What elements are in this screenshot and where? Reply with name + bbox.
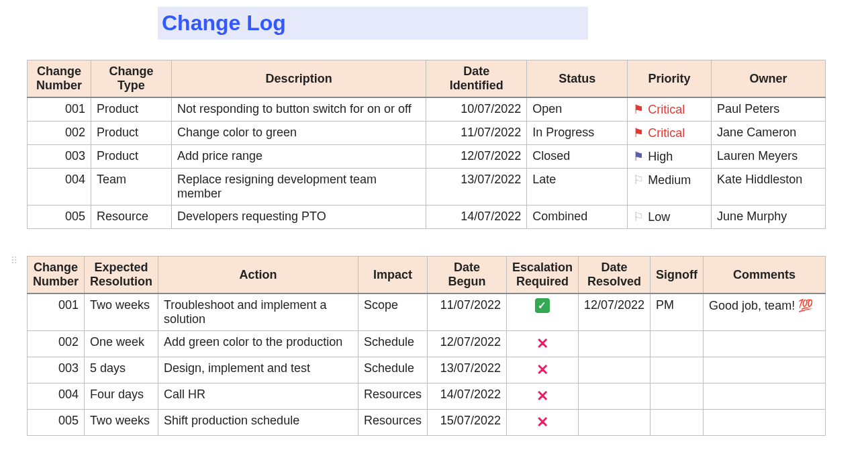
cell-change-number: 005 xyxy=(28,206,91,229)
cell-impact: Schedule xyxy=(358,331,427,357)
table-header: Action xyxy=(158,257,358,294)
table-header: DateResolved xyxy=(578,257,650,294)
flag-icon: ⚑ xyxy=(633,103,644,116)
table-row[interactable]: 002One weekAdd green color to the produc… xyxy=(28,331,826,357)
table-header: Impact xyxy=(358,257,427,294)
cell-status: In Progress xyxy=(527,122,628,145)
cell-change-number: 002 xyxy=(28,122,91,145)
cell-priority: ⚑Critical xyxy=(628,122,712,145)
cross-icon: ✕ xyxy=(536,335,548,352)
cell-priority: ⚐Medium xyxy=(628,169,712,206)
cell-change-type: Product xyxy=(91,122,171,145)
cell-date-identified: 11/07/2022 xyxy=(426,122,527,145)
cross-icon: ✕ xyxy=(536,361,548,378)
flag-icon: ⚑ xyxy=(633,150,644,163)
table-header: Status xyxy=(527,60,628,98)
cell-description: Developers requesting PTO xyxy=(171,206,426,229)
cell-escalation: ✕ xyxy=(506,331,578,357)
cell-description: Change color to green xyxy=(171,122,426,145)
cell-date-resolved: 12/07/2022 xyxy=(578,293,650,331)
cell-change-number: 002 xyxy=(28,331,85,357)
cell-signoff xyxy=(650,331,704,357)
cell-priority: ⚐Low xyxy=(628,206,712,229)
table-header: ChangeNumber xyxy=(28,257,85,294)
table-row[interactable]: 0035 daysDesign, implement and testSched… xyxy=(28,357,826,383)
cell-signoff xyxy=(650,383,704,410)
cell-comments xyxy=(704,331,826,357)
table-header: EscalationRequired xyxy=(506,257,578,294)
cell-date-identified: 13/07/2022 xyxy=(426,169,527,206)
cell-date-identified: 10/07/2022 xyxy=(426,97,527,122)
cell-escalation: ✓ xyxy=(506,293,578,331)
cell-comments xyxy=(704,383,826,410)
change-log-table-1: ChangeNumberChangeTypeDescriptionDateIde… xyxy=(27,60,826,229)
table-header: Description xyxy=(171,60,426,98)
cell-signoff: PM xyxy=(650,293,704,331)
table-row[interactable]: 003ProductAdd price range12/07/2022Close… xyxy=(28,145,826,169)
table-row[interactable]: 004TeamReplace resigning development tea… xyxy=(28,169,826,206)
cell-date-resolved xyxy=(578,331,650,357)
cell-status: Late xyxy=(527,169,628,206)
cell-change-number: 003 xyxy=(28,357,85,383)
cell-date-begun: 12/07/2022 xyxy=(427,331,506,357)
table-header: Owner xyxy=(712,60,826,98)
cell-action: Call HR xyxy=(158,383,358,410)
table-header: ChangeNumber xyxy=(28,60,91,98)
cell-signoff xyxy=(650,410,704,436)
flag-icon: ⚐ xyxy=(633,173,644,187)
cell-description: Add price range xyxy=(171,145,426,169)
cell-impact: Resources xyxy=(358,383,427,410)
cell-date-begun: 13/07/2022 xyxy=(427,357,506,383)
cross-icon: ✕ xyxy=(536,414,548,430)
page-title: Change Log xyxy=(158,7,588,40)
cell-date-begun: 15/07/2022 xyxy=(427,410,506,436)
cell-change-number: 001 xyxy=(28,97,91,122)
table-header: Priority xyxy=(628,60,712,98)
cell-impact: Scope xyxy=(358,293,427,331)
cell-change-number: 004 xyxy=(28,383,85,410)
cell-expected-resolution: One week xyxy=(85,331,158,357)
table-row[interactable]: 001Two weeksTroubleshoot and implement a… xyxy=(28,293,826,331)
cell-change-number: 001 xyxy=(28,293,85,331)
cell-expected-resolution: Two weeks xyxy=(85,293,158,331)
cell-description: Replace resigning development team membe… xyxy=(171,169,426,206)
cell-priority: ⚑High xyxy=(628,145,712,169)
cell-priority: ⚑Critical xyxy=(628,97,712,122)
cell-owner: Kate Hiddleston xyxy=(712,169,826,206)
table-header: Date Begun xyxy=(427,257,506,294)
change-log-table-2: ChangeNumberExpectedResolutionActionImpa… xyxy=(27,256,826,436)
cell-change-type: Resource xyxy=(91,206,171,229)
cell-change-number: 003 xyxy=(28,145,91,169)
cell-expected-resolution: Two weeks xyxy=(85,410,158,436)
table-header: ChangeType xyxy=(91,60,171,98)
table-header: Comments xyxy=(704,257,826,294)
table-header: DateIdentified xyxy=(426,60,527,98)
cell-change-type: Product xyxy=(91,145,171,169)
cross-icon: ✕ xyxy=(536,388,548,404)
cell-owner: Jane Cameron xyxy=(712,122,826,145)
table-row[interactable]: 005ResourceDevelopers requesting PTO14/0… xyxy=(28,206,826,229)
cell-date-begun: 14/07/2022 xyxy=(427,383,506,410)
cell-status: Closed xyxy=(527,145,628,169)
cell-owner: Paul Peters xyxy=(712,97,826,122)
cell-owner: June Murphy xyxy=(712,206,826,229)
table-row[interactable]: 002ProductChange color to green11/07/202… xyxy=(28,122,826,145)
cell-date-begun: 11/07/2022 xyxy=(427,293,506,331)
cell-impact: Schedule xyxy=(358,357,427,383)
table-row[interactable]: 004Four daysCall HRResources14/07/2022✕ xyxy=(28,383,826,410)
cell-date-identified: 14/07/2022 xyxy=(426,206,527,229)
table-row[interactable]: 001ProductNot responding to button switc… xyxy=(28,97,826,122)
table-header: ExpectedResolution xyxy=(85,257,158,294)
table-row[interactable]: 005Two weeksShift production scheduleRes… xyxy=(28,410,826,436)
cell-description: Not responding to button switch for on o… xyxy=(171,97,426,122)
cell-expected-resolution: Four days xyxy=(85,383,158,410)
cell-date-identified: 12/07/2022 xyxy=(426,145,527,169)
cell-impact: Resources xyxy=(358,410,427,436)
cell-change-number: 004 xyxy=(28,169,91,206)
cell-escalation: ✕ xyxy=(506,410,578,436)
flag-icon: ⚑ xyxy=(633,126,644,140)
cell-expected-resolution: 5 days xyxy=(85,357,158,383)
cell-date-resolved xyxy=(578,383,650,410)
cell-comments xyxy=(704,357,826,383)
drag-handle[interactable]: ⠿ xyxy=(11,255,19,266)
